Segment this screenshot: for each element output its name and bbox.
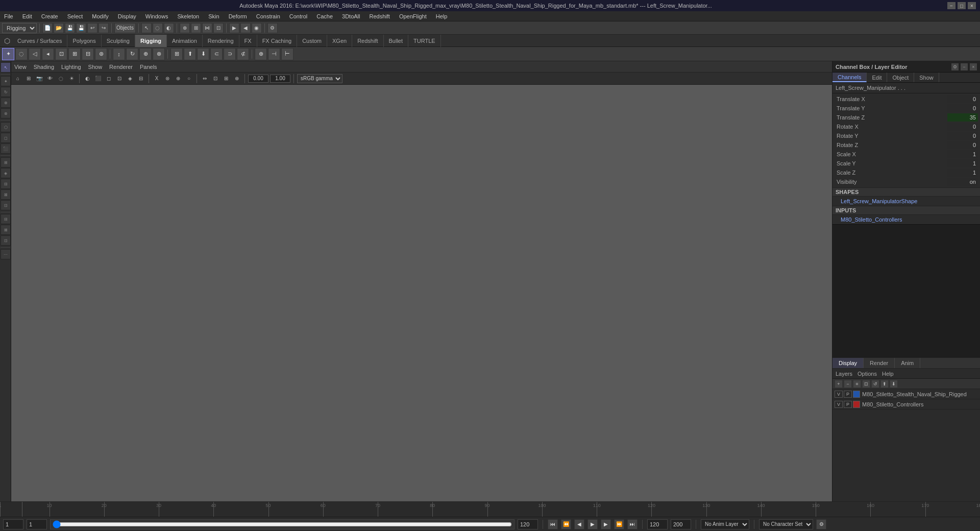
layer-row-ship[interactable]: V P M80_Stiletto_Stealth_Naval_Ship_Rigg… [832, 389, 980, 399]
prop-scale-z[interactable]: Scale Z 1 [832, 168, 980, 177]
tb-objects[interactable]: Objects [114, 23, 136, 33]
module-tab-polygons[interactable]: Polygons [67, 35, 101, 47]
menu-item-constrain[interactable]: Constrain [255, 13, 281, 19]
tool-anim3[interactable]: ⊡ [1, 235, 11, 246]
prop-translate-x[interactable]: Translate X 0 [832, 94, 980, 104]
tool-rotate[interactable]: ↻ [1, 87, 11, 97]
shelf-scale-tool[interactable]: ⊕ [139, 48, 152, 60]
layer-refresh[interactable]: ↺ [871, 380, 879, 388]
shelf-select[interactable]: ◁ [29, 48, 41, 60]
menu-item-windows[interactable]: Windows [144, 13, 169, 19]
shelf-pin[interactable]: ⊃ [224, 48, 236, 60]
vp-tb-wire[interactable]: ⊟ [136, 74, 145, 83]
prop-rotate-x[interactable]: Rotate X 0 [832, 122, 980, 131]
tb-redo[interactable]: ↪ [99, 23, 109, 33]
menu-item-modify[interactable]: Modify [91, 13, 109, 19]
shelf-soft[interactable]: ⊡ [55, 48, 67, 60]
prop-rotate-z[interactable]: Rotate Z 0 [832, 140, 980, 150]
tb-save2[interactable]: 💾 [76, 23, 86, 33]
tb-save[interactable]: 💾 [65, 23, 75, 33]
menu-item-display[interactable]: Display [117, 13, 137, 19]
tool-snap-pts[interactable]: ⬡ [1, 122, 11, 132]
cb-close-icon[interactable]: × [970, 63, 977, 70]
minimize-button[interactable]: − [947, 2, 955, 9]
close-button[interactable]: × [968, 2, 976, 9]
vp-tb-x1[interactable]: X [152, 74, 161, 83]
layer-v2[interactable]: V [835, 401, 843, 408]
shelf-lattice[interactable]: ⊟ [82, 48, 94, 60]
vp-tb-shading5[interactable]: ◈ [126, 74, 135, 83]
shelf-cross-right[interactable]: ⊢ [281, 48, 293, 60]
vp-tb-plus[interactable]: ⊕ [232, 74, 241, 83]
cb-minimize-icon[interactable]: − [961, 63, 968, 70]
module-tab-fx_caching[interactable]: FX Caching [257, 35, 297, 47]
prop-scale-y[interactable]: Scale Y 1 [832, 159, 980, 168]
vp-tb-x3[interactable]: ⊕ [174, 74, 183, 83]
play-prev-frame[interactable]: ◀ [574, 519, 584, 529]
vp-tb-home[interactable]: ⌂ [13, 74, 22, 83]
tool-render3[interactable]: ⊟ [1, 179, 11, 189]
tb-snap2[interactable]: ⊞ [191, 23, 201, 33]
tool-anim2[interactable]: ⊠ [1, 225, 11, 235]
prop-rotate-y[interactable]: Rotate Y 0 [832, 131, 980, 140]
module-tab-curves_surfaces[interactable]: Curves / Surfaces [12, 35, 67, 47]
tool-scale[interactable]: ⊕ [1, 98, 11, 108]
layer-p2[interactable]: P [844, 401, 852, 408]
character-set-select[interactable]: No Character Set [759, 519, 813, 529]
inputs-section[interactable]: INPUTS [832, 206, 980, 215]
tb-undo[interactable]: ↩ [87, 23, 97, 33]
module-tab-rigging[interactable]: Rigging [135, 35, 167, 47]
shelf-cross-left[interactable]: ⊣ [268, 48, 280, 60]
layer-v1[interactable]: V [835, 391, 843, 398]
vp-tb-eye[interactable]: 👁 [45, 74, 55, 83]
menu-item-help[interactable]: Help [435, 13, 449, 19]
time-current-field[interactable] [27, 519, 47, 529]
prop-visibility[interactable]: Visibility on [832, 177, 980, 186]
time-max1[interactable] [647, 519, 668, 529]
play-goto-end[interactable]: ⏭ [627, 519, 638, 529]
vp-tb-circle[interactable]: ○ [184, 74, 193, 83]
dr-tab-anim[interactable]: Anim [895, 358, 920, 368]
module-tab-bullet[interactable]: Bullet [384, 35, 409, 47]
cb-settings-icon[interactable]: ⚙ [951, 63, 959, 70]
vp-tb-shading4[interactable]: ⊡ [115, 74, 124, 83]
menu-item-create[interactable]: Create [40, 13, 59, 19]
menu-item-redshift[interactable]: Redshift [369, 13, 391, 19]
play-next-frame[interactable]: ▶ [601, 519, 611, 529]
tool-render5[interactable]: ⊡ [1, 200, 11, 210]
module-tab-icon-left[interactable]: ⬡ [2, 36, 12, 46]
play-prev-key[interactable]: ⏪ [561, 519, 571, 529]
vp-tb-shading1[interactable]: ◐ [83, 74, 92, 83]
tb-select[interactable]: ↖ [141, 23, 152, 33]
tb-snap4[interactable]: ⊡ [213, 23, 224, 33]
vp-menu-view[interactable]: View [14, 64, 27, 70]
vp-menu-renderer[interactable]: Renderer [109, 64, 133, 70]
vp-input-value2[interactable] [270, 75, 290, 83]
menu-item-openflight[interactable]: OpenFlight [398, 13, 428, 19]
shelf-plus[interactable]: ⊕ [255, 48, 267, 60]
menu-item-edit[interactable]: Edit [21, 13, 33, 19]
shelf-hook[interactable]: ⊂ [210, 48, 223, 60]
shelf-rotate-lasso[interactable]: ◌ [15, 48, 28, 60]
vp-menu-lighting[interactable]: Lighting [61, 64, 81, 70]
tool-render4[interactable]: ⊠ [1, 189, 11, 200]
shelf-arrow-up[interactable]: ⬆ [184, 48, 196, 60]
tool-render1[interactable]: ⊞ [1, 157, 11, 167]
menu-item-select[interactable]: Select [66, 13, 84, 19]
time-slider[interactable] [53, 521, 512, 528]
shelf-cage[interactable]: ⊞ [68, 48, 81, 60]
shapes-item[interactable]: Left_Screw_ManipulatorShape [832, 197, 980, 206]
menu-item-skin[interactable]: Skin [207, 13, 220, 19]
layer-add[interactable]: + [835, 380, 843, 388]
tool-universal[interactable]: ⊗ [1, 108, 11, 118]
vp-menu-show[interactable]: Show [88, 64, 103, 70]
mode-dropdown[interactable]: Rigging [2, 23, 37, 33]
play-settings[interactable]: ⚙ [816, 519, 826, 529]
tb-snap3[interactable]: ⋈ [202, 23, 212, 33]
play-next-key[interactable]: ⏩ [614, 519, 624, 529]
module-tab-sculpting[interactable]: Sculpting [102, 35, 135, 47]
vp-gamma-select[interactable]: sRGB gamma [297, 74, 342, 83]
cb-tab-object[interactable]: Object [887, 73, 914, 82]
vp-tb-arrows[interactable]: ⇔ [200, 74, 209, 83]
viewport[interactable]: View Shading Lighting Show Renderer Pane… [11, 61, 832, 501]
